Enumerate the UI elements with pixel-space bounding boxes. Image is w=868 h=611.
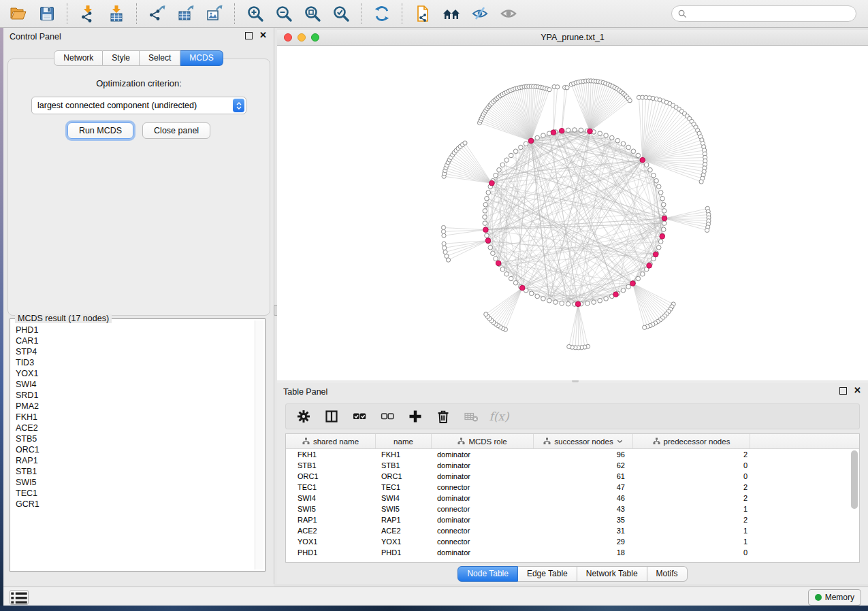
- mcds-result-item[interactable]: SWI4: [16, 379, 255, 390]
- close-panel-icon[interactable]: ✕: [854, 386, 861, 395]
- network-node[interactable]: [547, 88, 551, 92]
- column-header-predecessor-nodes[interactable]: predecessor nodes: [633, 434, 750, 448]
- network-node[interactable]: [652, 173, 656, 178]
- network-node[interactable]: [500, 267, 505, 271]
- import-network-icon[interactable]: [77, 3, 99, 24]
- mcds-hub-node[interactable]: [575, 301, 581, 307]
- network-node[interactable]: [656, 245, 661, 250]
- network-node[interactable]: [598, 131, 602, 136]
- network-node[interactable]: [483, 209, 487, 214]
- close-panel-button[interactable]: Close panel: [142, 122, 210, 139]
- optimization-criterion-select[interactable]: largest connected component (undirected): [31, 97, 246, 114]
- settings-gear-icon[interactable]: [295, 408, 312, 425]
- network-node[interactable]: [529, 291, 534, 296]
- zoom-out-icon[interactable]: [273, 3, 295, 24]
- network-node[interactable]: [488, 245, 493, 250]
- mcds-hub-node[interactable]: [489, 180, 495, 186]
- network-node[interactable]: [661, 203, 666, 208]
- table-row[interactable]: STB1STB1dominator620: [286, 460, 859, 471]
- network-node[interactable]: [641, 272, 645, 277]
- network-node[interactable]: [566, 128, 570, 133]
- network-node[interactable]: [494, 257, 498, 261]
- add-row-icon[interactable]: [407, 408, 423, 425]
- table-row[interactable]: ORC1ORC1dominator610: [286, 471, 859, 482]
- tab-motifs[interactable]: Motifs: [647, 566, 688, 582]
- network-node[interactable]: [485, 233, 489, 238]
- network-node[interactable]: [662, 221, 666, 226]
- network-node[interactable]: [658, 191, 663, 195]
- network-node[interactable]: [660, 197, 665, 201]
- network-node[interactable]: [500, 163, 505, 167]
- mcds-result-item[interactable]: PHD1: [16, 325, 255, 335]
- zoom-selected-icon[interactable]: [330, 3, 352, 24]
- network-node[interactable]: [573, 128, 577, 133]
- import-table-icon[interactable]: [106, 3, 127, 24]
- run-mcds-button[interactable]: Run MCDS: [67, 122, 133, 139]
- network-node[interactable]: [504, 272, 509, 277]
- network-node[interactable]: [491, 251, 496, 256]
- network-canvas[interactable]: [277, 46, 868, 380]
- table-row[interactable]: SWI4SWI4dominator462: [286, 493, 859, 503]
- mcds-result-item[interactable]: GCR1: [16, 499, 255, 510]
- home-network-icon[interactable]: [440, 3, 462, 24]
- network-node[interactable]: [604, 133, 609, 138]
- network-node[interactable]: [519, 145, 524, 150]
- mcds-result-item[interactable]: RAP1: [16, 455, 255, 466]
- network-node[interactable]: [626, 284, 631, 289]
- network-node[interactable]: [567, 344, 571, 348]
- network-node[interactable]: [592, 300, 596, 305]
- network-node[interactable]: [705, 228, 709, 232]
- network-node[interactable]: [509, 153, 513, 158]
- mcds-hub-node[interactable]: [559, 129, 564, 134]
- mcds-hub-node[interactable]: [485, 238, 491, 244]
- network-node[interactable]: [541, 297, 546, 301]
- mcds-hub-node[interactable]: [551, 130, 556, 135]
- mcds-hub-node[interactable]: [588, 129, 593, 134]
- save-session-icon[interactable]: [36, 3, 58, 24]
- network-node[interactable]: [484, 312, 488, 316]
- network-node[interactable]: [636, 153, 641, 158]
- mcds-result-item[interactable]: TID3: [16, 357, 255, 368]
- network-node[interactable]: [648, 168, 653, 173]
- network-node[interactable]: [547, 299, 552, 303]
- deselect-all-icon[interactable]: [379, 408, 396, 425]
- mcds-result-item[interactable]: STB1: [16, 466, 255, 477]
- column-header-name[interactable]: name: [376, 434, 432, 448]
- mcds-hub-node[interactable]: [528, 138, 534, 144]
- network-node[interactable]: [621, 142, 626, 146]
- network-node[interactable]: [644, 163, 649, 167]
- mcds-hub-node[interactable]: [660, 234, 665, 240]
- mcds-hub-node[interactable]: [496, 261, 501, 266]
- network-node[interactable]: [445, 254, 449, 258]
- network-node[interactable]: [560, 301, 564, 306]
- refresh-icon[interactable]: [371, 3, 393, 24]
- export-network-icon[interactable]: [146, 3, 168, 24]
- network-node[interactable]: [699, 180, 703, 184]
- network-node[interactable]: [626, 145, 631, 150]
- show-hidden-icon[interactable]: [498, 3, 519, 24]
- mcds-hub-node[interactable]: [662, 216, 667, 221]
- table-row[interactable]: TEC1TEC1connector472: [286, 482, 859, 493]
- network-node[interactable]: [656, 184, 661, 189]
- mcds-result-item[interactable]: ACE2: [16, 423, 255, 433]
- mcds-result-item[interactable]: PMA2: [16, 401, 255, 412]
- mcds-hub-node[interactable]: [630, 281, 636, 286]
- hide-selected-icon[interactable]: [469, 3, 491, 24]
- table-scrollbar[interactable]: [851, 450, 858, 509]
- zoom-fit-icon[interactable]: [302, 3, 323, 24]
- network-node[interactable]: [441, 229, 445, 233]
- network-node[interactable]: [553, 300, 558, 305]
- network-node[interactable]: [497, 168, 502, 173]
- network-node[interactable]: [443, 250, 447, 254]
- float-window-icon[interactable]: [245, 32, 253, 39]
- mcds-hub-node[interactable]: [613, 292, 619, 297]
- column-header-MCDS-role[interactable]: MCDS role: [432, 434, 534, 448]
- delete-row-icon[interactable]: [435, 408, 451, 425]
- mcds-hub-node[interactable]: [519, 285, 525, 291]
- mcds-result-item[interactable]: SWI5: [16, 477, 255, 488]
- mcds-result-item[interactable]: CAR1: [16, 335, 255, 346]
- show-columns-icon[interactable]: [323, 408, 340, 425]
- search-input[interactable]: [688, 7, 856, 20]
- network-node[interactable]: [483, 203, 488, 208]
- network-node[interactable]: [494, 173, 498, 178]
